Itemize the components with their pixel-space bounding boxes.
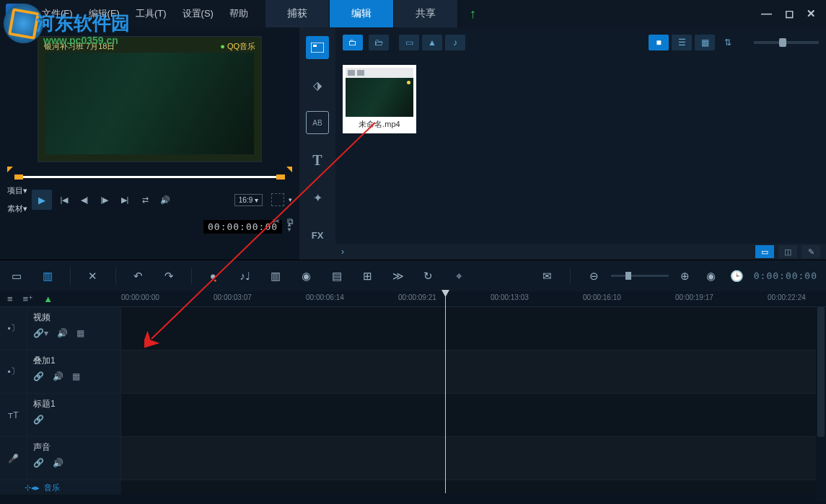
zoom-in-icon[interactable]: ⊕ [676,267,695,286]
step-fwd-icon[interactable]: |▶ [97,192,113,208]
track-overlay-icon[interactable]: ▪〕 [0,350,27,393]
lib-text-icon[interactable]: T [306,149,329,172]
redo-icon[interactable]: ↷ [161,267,177,286]
aspect-ratio-selector[interactable]: 16:9 ▾ [234,194,263,206]
subtitle-icon[interactable]: ▤ [329,267,345,286]
track-collapse-icon[interactable]: ▲ [43,293,53,304]
timeline-ruler[interactable]: ≡ ≡⁺ ▲ 00:00:00:0000:00:03:0700:00:06:14… [0,291,826,307]
scrub-cap-left[interactable] [14,174,23,180]
preview-video[interactable]: 银河补习班 7月18日 QQ音乐 [38,36,262,162]
layout-edit-icon[interactable]: ✎ [801,245,820,258]
menu-settings[interactable]: 设置(S) [175,3,221,25]
track-mute-icon[interactable]: 🔊 [53,458,63,468]
mode-edit[interactable]: 编辑 [330,0,394,27]
menu-edit[interactable]: 编辑(E) [82,3,127,25]
expand-down-icon[interactable]: ▾ [289,196,292,203]
preview-scrubber[interactable] [7,167,292,180]
cut-icon[interactable]: ✂ [273,216,280,226]
audio-mixer-icon[interactable]: ♪♩ [237,267,253,286]
lib-filter-audio-icon[interactable]: ♪ [445,35,465,50]
vertical-scrollbar[interactable] [816,307,826,502]
goto-start-icon[interactable]: |◀ [56,192,72,208]
menu-tools[interactable]: 工具(T) [128,3,174,25]
scrub-cap-right[interactable] [276,174,285,180]
lib-filter-photo-icon[interactable]: ▲ [422,35,442,50]
lib-transitions-icon[interactable]: ⬗ [306,74,329,97]
add-track-button[interactable]: ⊹◂▸ 音乐 [0,480,121,495]
track-video-body[interactable] [121,307,826,350]
track-link-icon[interactable]: 🔗 [33,458,44,468]
reverse-icon[interactable]: ↻ [421,267,436,286]
auto-music-icon[interactable]: ▥ [268,267,284,286]
lib-media-icon[interactable] [306,36,329,59]
undo-icon[interactable]: ↶ [131,267,146,286]
track-title-body[interactable] [121,394,826,436]
close-button[interactable]: ✕ [807,7,816,20]
lib-objects-icon[interactable]: ✦ [306,186,329,209]
tl-storyboard-icon[interactable]: ▭ [9,267,25,286]
track-mute-icon[interactable]: 🔊 [57,328,68,338]
in-marker-icon[interactable] [7,167,13,172]
minimize-button[interactable]: — [761,7,772,20]
layout-a-icon[interactable]: ▭ [755,245,774,258]
track-title-icon[interactable]: ᴛT [0,394,27,436]
mask-icon[interactable]: ✉ [540,267,555,286]
lib-sort-icon[interactable]: ⇅ [718,35,738,50]
tl-timeline-icon[interactable]: ▥ [39,267,55,286]
lib-view-grid-icon[interactable]: ▦ [695,35,715,50]
media-item[interactable]: 未命名.mp4 [343,65,416,133]
lib-view-thumb-icon[interactable]: ■ [649,35,669,50]
scrub-track[interactable] [14,176,285,178]
track-audio-body[interactable] [121,437,826,479]
playhead[interactable] [445,291,446,493]
tracking-icon[interactable]: ⌖ [451,267,467,286]
loop-icon[interactable]: ⇄ [137,192,153,208]
ruler-ticks[interactable]: 00:00:00:0000:00:03:0700:00:06:1400:00:0… [121,291,826,306]
multicam-icon[interactable]: ◉ [298,267,314,286]
lib-filter-video-icon[interactable]: ▭ [399,35,419,50]
preview-timecode[interactable]: 00:00:00:00 [203,220,282,234]
label-clip[interactable]: 素材▾ [7,203,27,214]
track-overlay-body[interactable] [121,350,826,393]
menu-help[interactable]: 帮助 [222,3,255,25]
goto-end-icon[interactable]: ▶| [117,192,133,208]
multitrack-icon[interactable]: ⊞ [359,267,375,286]
label-project[interactable]: 项目▾ [7,185,27,196]
mode-share[interactable]: 共享 [394,0,458,27]
track-mute-icon[interactable]: 🔊 [53,371,63,381]
crop-icon[interactable] [271,193,284,206]
tl-tools-icon[interactable]: ✕ [85,267,101,286]
track-fx-icon[interactable]: ▦ [72,371,80,381]
play-button[interactable]: ▶ [32,190,52,210]
record-icon[interactable]: ● [206,267,222,286]
maximize-button[interactable]: ◻ [785,7,794,20]
track-link-icon[interactable]: 🔗 [33,415,44,425]
snapshot-icon[interactable]: ⧉ [287,216,294,226]
clock-icon[interactable]: 🕒 [728,267,747,286]
lib-fx-icon[interactable]: FX [306,224,329,247]
lib-titles-icon[interactable]: AB [306,111,329,134]
layout-b-icon[interactable]: ◫ [778,245,797,258]
lib-add-folder-icon[interactable]: 🗀 [343,35,363,50]
fit-icon[interactable]: ◉ [702,267,721,286]
lib-expand-icon[interactable]: › [341,247,344,257]
lib-import-icon[interactable]: 🗁 [369,35,389,50]
track-add-icon[interactable]: ≡⁺ [23,293,34,304]
menu-file[interactable]: 文件(F) [35,3,80,25]
volume-icon[interactable]: 🔊 [157,192,173,208]
track-link-icon[interactable]: 🔗 [33,371,44,381]
track-settings-icon[interactable]: ≡ [7,293,13,304]
lib-view-list-icon[interactable]: ☰ [672,35,692,50]
upload-icon[interactable]: ↑ [470,6,476,22]
lib-thumb-size-slider[interactable] [754,41,819,44]
out-marker-icon[interactable] [286,167,292,172]
mode-capture[interactable]: 捕获 [265,0,330,27]
track-video-icon[interactable]: ▪〕 [0,307,27,350]
track-link-icon[interactable]: 🔗▾ [33,328,48,338]
zoom-out-icon[interactable]: ⊖ [585,267,604,286]
zoom-slider[interactable] [611,275,669,277]
speed-icon[interactable]: ≫ [390,267,405,286]
step-back-icon[interactable]: ◀| [76,192,92,208]
track-fx-icon[interactable]: ▦ [76,328,84,338]
track-audio-icon[interactable]: 🎤 [0,437,27,479]
